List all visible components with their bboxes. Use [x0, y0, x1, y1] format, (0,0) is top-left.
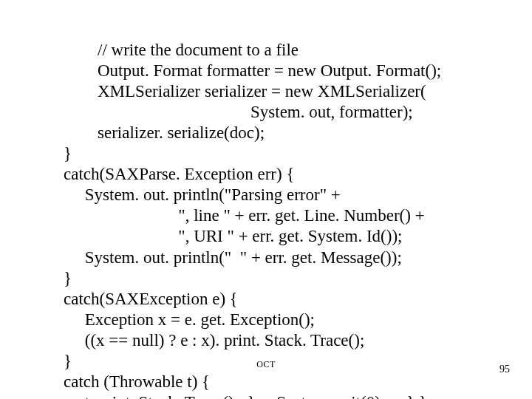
code-line: System. out, formatter); [64, 103, 413, 121]
code-line: catch(SAXException e) { [64, 290, 238, 308]
code-line: System. out. println(" " + err. get. Mes… [64, 248, 402, 267]
code-line: } [64, 269, 72, 287]
code-line: catch(SAXParse. Exception err) { [64, 165, 294, 183]
code-line: Exception x = e. get. Exception(); [64, 310, 315, 329]
code-line: Output. Format formatter = new Output. F… [64, 61, 441, 80]
code-line: ", line " + err. get. Line. Number() + [64, 206, 425, 225]
page-number: 95 [499, 364, 510, 375]
code-line: XMLSerializer serializer = new XMLSerial… [64, 82, 426, 100]
code-line: System. out. println("Parsing error" + [64, 185, 341, 204]
slide-page: // write the document to a file Output. … [0, 0, 532, 399]
footer-label: OCT [256, 359, 276, 369]
code-line: serializer. serialize(doc); [64, 123, 265, 142]
code-line: ", URI " + err. get. System. Id()); [64, 227, 402, 245]
code-line: catch (Throwable t) { [64, 372, 210, 391]
code-block: // write the document to a file Output. … [64, 19, 507, 399]
code-line: // write the document to a file [64, 41, 299, 59]
code-line: } [64, 144, 72, 163]
code-line: t. print. Stack. Trace(); } System. exit… [64, 393, 427, 399]
code-line: ((x == null) ? e : x). print. Stack. Tra… [64, 331, 364, 349]
footer-center: OCT [0, 359, 532, 370]
